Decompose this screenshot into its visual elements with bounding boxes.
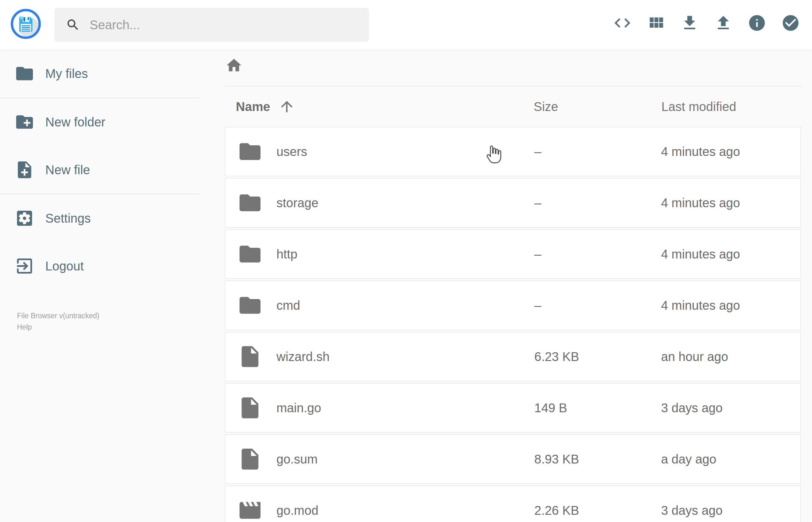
file-size: – bbox=[534, 247, 541, 261]
app-version-text: File Browser v(untracked) bbox=[17, 310, 99, 321]
file-size: 149 B bbox=[534, 401, 567, 415]
file-size: 2.26 KB bbox=[534, 503, 579, 518]
folder-icon bbox=[238, 293, 263, 318]
movie-icon-slot bbox=[238, 498, 263, 522]
file-modified: 4 minutes ago bbox=[661, 145, 740, 159]
file-modified: 4 minutes ago bbox=[661, 298, 740, 313]
search-icon bbox=[66, 18, 80, 32]
home-icon bbox=[225, 71, 243, 75]
shell-button[interactable] bbox=[613, 14, 632, 33]
folder-icon bbox=[238, 241, 263, 267]
sidebar-item-new-file[interactable]: New file bbox=[0, 146, 199, 194]
sidebar-item-label: Settings bbox=[45, 211, 91, 225]
sidebar-item-settings[interactable]: Settings bbox=[0, 194, 199, 242]
sidebar-item-logout[interactable]: Logout bbox=[0, 242, 199, 290]
sidebar-item-label: New folder bbox=[45, 115, 105, 129]
file-modified: an hour ago bbox=[661, 350, 728, 364]
search-placeholder: Search... bbox=[89, 18, 140, 32]
sidebar-item-label: New file bbox=[45, 163, 90, 177]
sidebar-item-new-folder[interactable]: New folder bbox=[0, 98, 199, 146]
select-multiple-button[interactable] bbox=[781, 14, 800, 33]
file-name: cmd bbox=[277, 298, 300, 313]
file-name: go.sum bbox=[277, 452, 318, 466]
sidebar-item-label: Logout bbox=[45, 259, 84, 273]
file-name: http bbox=[277, 247, 298, 261]
file-name: main.go bbox=[277, 401, 321, 415]
file-row-go.sum[interactable]: go.sum8.93 KBa day ago bbox=[225, 434, 801, 484]
file-modified: a day ago bbox=[661, 452, 716, 466]
code-icon bbox=[613, 14, 632, 33]
sidebar-footer: File Browser v(untracked) Help bbox=[17, 310, 99, 333]
search-icon bbox=[66, 18, 80, 32]
file-modified: 4 minutes ago bbox=[661, 247, 740, 261]
file-size: – bbox=[534, 196, 541, 210]
breadcrumb-home-button[interactable] bbox=[225, 57, 243, 74]
upload-button[interactable] bbox=[714, 14, 733, 33]
view-module-icon bbox=[647, 14, 666, 33]
header-bar: Search... bbox=[0, 0, 812, 50]
header-toolbar bbox=[613, 14, 800, 33]
column-header-modified[interactable]: Last modified bbox=[662, 100, 736, 114]
file-name: go.mod bbox=[277, 503, 318, 518]
home-icon bbox=[225, 57, 243, 74]
search-input[interactable]: Search... bbox=[55, 8, 369, 42]
folder-icon-slot bbox=[238, 190, 263, 215]
file-download-icon bbox=[680, 14, 699, 33]
file-row-http[interactable]: http–4 minutes ago bbox=[225, 229, 801, 279]
create-new-folder-icon bbox=[15, 112, 35, 132]
help-link[interactable]: Help bbox=[17, 321, 99, 333]
folder-icon bbox=[15, 63, 35, 84]
switch-view-button[interactable] bbox=[647, 14, 666, 33]
file-modified: 3 days ago bbox=[661, 503, 723, 518]
file-name: wizard.sh bbox=[277, 350, 330, 364]
file-listing-area: Name Size Last modified users–4 minutes … bbox=[199, 50, 812, 522]
file-row-cmd[interactable]: cmd–4 minutes ago bbox=[225, 281, 801, 330]
insert-drive-file-icon bbox=[238, 344, 263, 369]
arrow-upward-icon bbox=[278, 98, 295, 115]
file-modified: 4 minutes ago bbox=[661, 196, 740, 210]
file-row-storage[interactable]: storage–4 minutes ago bbox=[225, 178, 801, 228]
movie-icon bbox=[238, 498, 263, 522]
file-row-main.go[interactable]: main.go149 B3 days ago bbox=[225, 383, 801, 433]
insert-drive-file-icon bbox=[238, 395, 263, 420]
file-upload-icon bbox=[714, 14, 733, 33]
folder-icon bbox=[238, 190, 263, 215]
sort-ascending-icon bbox=[278, 98, 295, 115]
file-row-wizard.sh[interactable]: wizard.sh6.23 KBan hour ago bbox=[225, 332, 801, 381]
info-icon bbox=[748, 14, 766, 33]
folder-icon-slot bbox=[238, 293, 263, 318]
sidebar: My filesNew folderNew fileSettingsLogout… bbox=[0, 50, 199, 522]
insert-drive-file-icon-slot bbox=[238, 395, 263, 420]
app-logo[interactable] bbox=[10, 8, 41, 40]
check-circle-icon bbox=[781, 14, 800, 33]
file-name: users bbox=[277, 145, 307, 159]
file-row-go.mod[interactable]: go.mod2.26 KB3 days ago bbox=[225, 485, 801, 522]
file-listing: Name Size Last modified users–4 minutes … bbox=[225, 86, 801, 522]
file-row-users[interactable]: users–4 minutes ago bbox=[225, 127, 801, 176]
column-header-size[interactable]: Size bbox=[534, 100, 558, 114]
folder-icon-slot bbox=[238, 241, 263, 267]
file-size: 8.93 KB bbox=[534, 452, 579, 466]
file-name: storage bbox=[277, 196, 318, 210]
floppy-disk-logo-icon bbox=[10, 8, 41, 40]
exit-to-app-icon bbox=[15, 256, 35, 276]
column-header-name[interactable]: Name bbox=[236, 98, 295, 115]
download-button[interactable] bbox=[680, 14, 699, 33]
folder-icon-slot bbox=[238, 139, 263, 164]
settings-applications-icon bbox=[15, 208, 35, 228]
filebrowser-app: Search... My filesNew folderNew fileSett… bbox=[0, 0, 812, 522]
file-size: – bbox=[534, 145, 541, 159]
info-button[interactable] bbox=[748, 14, 766, 33]
insert-drive-file-icon bbox=[238, 446, 263, 472]
file-modified: 3 days ago bbox=[661, 401, 723, 415]
sidebar-item-my-files[interactable]: My files bbox=[0, 50, 199, 98]
insert-drive-file-icon-slot bbox=[238, 446, 263, 472]
sidebar-item-label: My files bbox=[45, 67, 88, 81]
listing-header-row: Name Size Last modified bbox=[225, 86, 801, 127]
insert-drive-file-icon-slot bbox=[238, 344, 263, 369]
folder-icon bbox=[238, 139, 263, 164]
file-size: 6.23 KB bbox=[534, 350, 579, 364]
note-add-icon bbox=[15, 160, 35, 180]
file-size: – bbox=[534, 298, 541, 313]
